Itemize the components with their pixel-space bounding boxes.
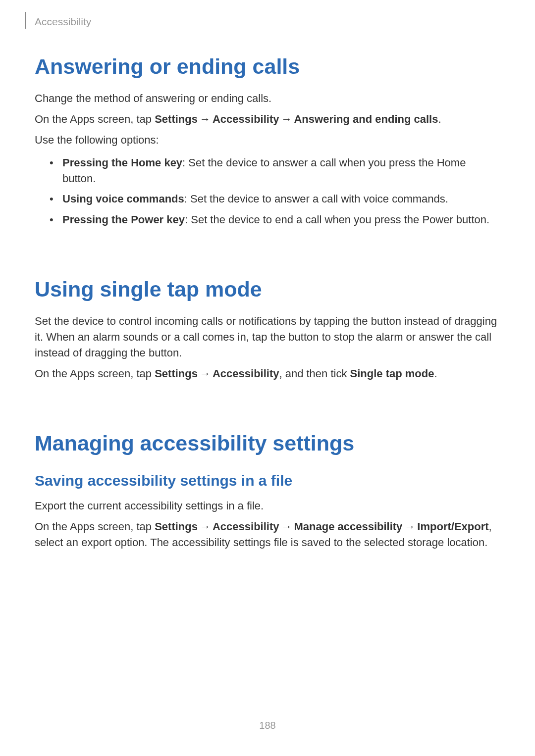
manage-label: Manage accessibility [294, 520, 402, 533]
single-tap-instruction: On the Apps screen, tap Settings→Accessi… [35, 366, 500, 382]
answering-instruction: On the Apps screen, tap Settings→Accessi… [35, 111, 500, 127]
option-text: : Set the device to answer a call with v… [184, 193, 448, 205]
text: On the Apps screen, tap [35, 520, 155, 533]
page-number: 188 [0, 720, 535, 731]
arrow-icon: → [200, 111, 211, 127]
subheading-saving: Saving accessibility settings in a file [35, 472, 500, 489]
text: On the Apps screen, tap [35, 113, 155, 125]
heading-single-tap: Using single tap mode [35, 277, 500, 302]
single-tap-intro: Set the device to control incoming calls… [35, 313, 500, 361]
accessibility-label: Accessibility [213, 520, 279, 533]
managing-intro: Export the current accessibility setting… [35, 498, 500, 514]
text: . [434, 367, 437, 380]
option-title: Pressing the Home key [62, 156, 182, 169]
arrow-icon: → [200, 366, 211, 382]
arrow-icon: → [200, 519, 211, 535]
import-export-label: Import/Export [417, 520, 488, 533]
arrow-icon: → [281, 111, 292, 127]
managing-instruction: On the Apps screen, tap Settings→Accessi… [35, 519, 500, 551]
list-item: Using voice commands: Set the device to … [35, 191, 500, 207]
heading-managing: Managing accessibility settings [35, 431, 500, 455]
text: , and then tick [279, 367, 350, 380]
text: On the Apps screen, tap [35, 367, 155, 380]
accessibility-label: Accessibility [213, 367, 279, 380]
option-title: Pressing the Power key [62, 213, 185, 226]
settings-label: Settings [155, 367, 198, 380]
answering-intro: Change the method of answering or ending… [35, 91, 500, 106]
settings-label: Settings [155, 113, 198, 125]
option-text: : Set the device to end a call when you … [185, 213, 489, 226]
list-item: Pressing the Home key: Set the device to… [35, 155, 500, 187]
target-label: Answering and ending calls [294, 113, 438, 125]
arrow-icon: → [281, 519, 292, 535]
list-item: Pressing the Power key: Set the device t… [35, 212, 500, 228]
text: . [438, 113, 441, 125]
header-divider [25, 12, 26, 29]
heading-answering-calls: Answering or ending calls [35, 54, 500, 79]
option-title: Using voice commands [62, 193, 184, 205]
settings-label: Settings [155, 520, 198, 533]
arrow-icon: → [404, 519, 415, 535]
accessibility-label: Accessibility [213, 113, 279, 125]
page-content: Answering or ending calls Change the met… [35, 54, 500, 550]
breadcrumb: Accessibility [35, 16, 91, 28]
options-intro: Use the following options: [35, 132, 500, 148]
options-list: Pressing the Home key: Set the device to… [35, 155, 500, 228]
target-label: Single tap mode [350, 367, 434, 380]
